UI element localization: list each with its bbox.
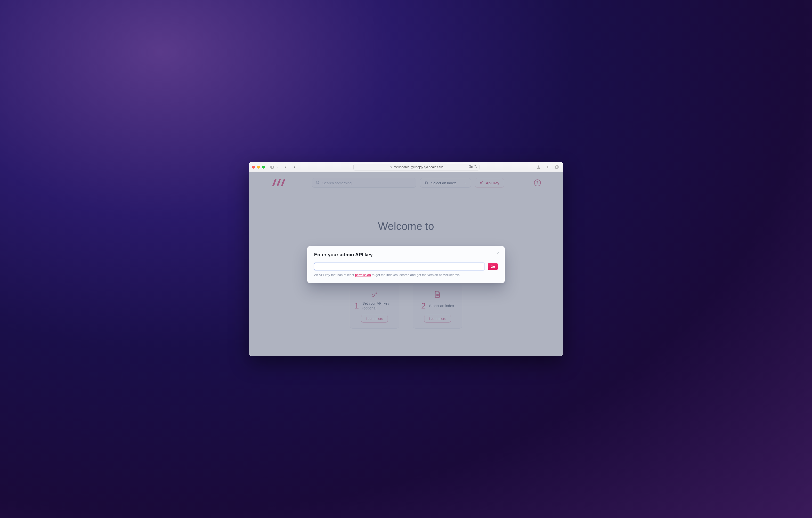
permission-link[interactable]: permission bbox=[355, 273, 371, 277]
new-tab-icon[interactable] bbox=[545, 164, 551, 170]
share-icon[interactable] bbox=[535, 164, 541, 170]
minimize-window-button[interactable] bbox=[257, 166, 260, 169]
tab-group-chevron-icon[interactable] bbox=[276, 164, 279, 170]
close-modal-button[interactable] bbox=[495, 251, 500, 256]
browser-window: meilisearch-gyupejqy.bja.sealos.run A bbox=[249, 162, 563, 356]
modal-help-text: An API key that has at least permission … bbox=[314, 273, 498, 277]
browser-toolbar: meilisearch-gyupejqy.bja.sealos.run A bbox=[249, 162, 563, 172]
window-controls bbox=[252, 166, 265, 169]
tab-overview-icon[interactable] bbox=[554, 164, 560, 170]
page-viewport: Search something Select an index Api bbox=[249, 172, 563, 356]
reload-icon[interactable] bbox=[474, 165, 477, 169]
modal-help-suffix: to get the indexes, search and get the v… bbox=[371, 273, 460, 277]
go-button[interactable]: Go bbox=[488, 263, 498, 270]
address-bar[interactable]: meilisearch-gyupejqy.bja.sealos.run A bbox=[353, 164, 480, 171]
back-button[interactable] bbox=[283, 164, 289, 170]
api-key-modal: Enter your admin API key Go An API key t… bbox=[307, 246, 505, 283]
modal-help-prefix: An API key that has at least bbox=[314, 273, 355, 277]
svg-rect-9 bbox=[555, 166, 558, 168]
translate-icon[interactable]: A bbox=[469, 165, 473, 169]
svg-rect-0 bbox=[271, 166, 273, 168]
api-key-input[interactable] bbox=[314, 263, 484, 270]
svg-rect-4 bbox=[470, 166, 473, 168]
svg-text:A: A bbox=[469, 166, 470, 167]
close-window-button[interactable] bbox=[252, 166, 255, 169]
address-bar-url: meilisearch-gyupejqy.bja.sealos.run bbox=[394, 165, 443, 169]
maximize-window-button[interactable] bbox=[262, 166, 265, 169]
sidebar-toggle-icon[interactable] bbox=[269, 164, 275, 170]
modal-title: Enter your admin API key bbox=[314, 252, 498, 258]
forward-button[interactable] bbox=[292, 164, 297, 170]
svg-rect-2 bbox=[390, 167, 392, 168]
lock-icon bbox=[389, 166, 392, 168]
